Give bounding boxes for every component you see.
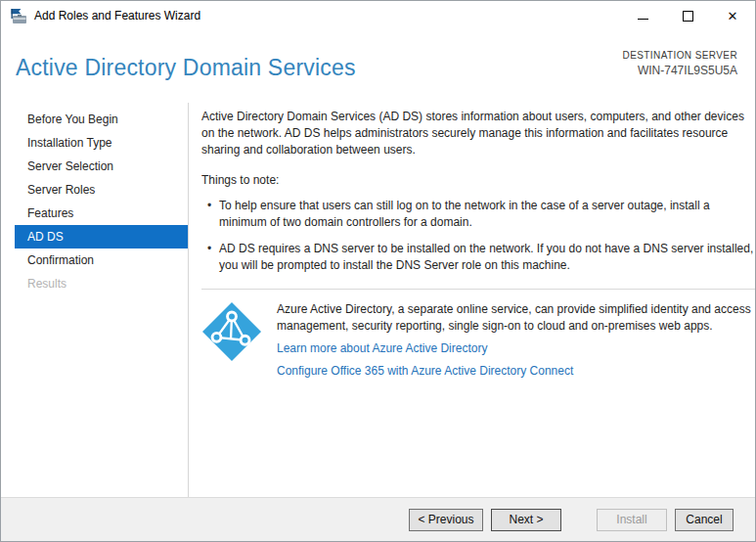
wizard-steps-sidebar: Before You Begin Installation Type Serve…: [1, 103, 189, 497]
destination-server-block: DESTINATION SERVER WIN-747IL9S5U5A: [623, 50, 737, 77]
note-item: AD DS requires a DNS server to be instal…: [219, 241, 756, 274]
sidebar-item-results: Results: [15, 272, 188, 295]
things-to-note-heading: Things to note:: [201, 172, 756, 189]
notes-list: To help ensure that users can still log …: [201, 198, 756, 273]
azure-ad-section: Azure Active Directory, a separate onlin…: [201, 301, 756, 379]
next-button[interactable]: Next >: [491, 509, 561, 531]
azure-active-directory-icon: [201, 301, 262, 362]
maximize-icon: [683, 11, 693, 22]
cancel-button[interactable]: Cancel: [675, 509, 734, 531]
wizard-footer: < Previous Next > Install Cancel: [1, 497, 755, 541]
destination-server-name: WIN-747IL9S5U5A: [623, 64, 737, 77]
intro-paragraph: Active Directory Domain Services (AD DS)…: [201, 109, 756, 158]
sidebar-item-installation-type[interactable]: Installation Type: [15, 131, 188, 155]
sidebar-item-confirmation[interactable]: Confirmation: [15, 248, 188, 272]
azure-ad-text: Azure Active Directory, a separate onlin…: [277, 301, 756, 379]
sidebar-item-ad-ds[interactable]: AD DS: [15, 225, 188, 248]
titlebar: Add Roles and Features Wizard ✕: [1, 1, 755, 30]
sidebar-item-server-roles[interactable]: Server Roles: [15, 178, 188, 202]
server-manager-icon: [10, 8, 27, 24]
window-controls: ✕: [620, 1, 755, 30]
link-configure-office-365[interactable]: Configure Office 365 with Azure Active D…: [277, 363, 756, 380]
minimize-icon: [638, 19, 648, 20]
close-button[interactable]: ✕: [710, 1, 755, 30]
minimize-button[interactable]: [620, 1, 665, 30]
azure-ad-description: Azure Active Directory, a separate onlin…: [277, 301, 756, 335]
sidebar-item-features[interactable]: Features: [15, 202, 188, 225]
note-item: To help ensure that users can still log …: [219, 198, 756, 231]
destination-server-label: DESTINATION SERVER: [623, 50, 737, 61]
wizard-header: Active Directory Domain Services DESTINA…: [1, 30, 755, 103]
install-button[interactable]: Install: [597, 509, 667, 531]
window-title: Add Roles and Features Wizard: [34, 9, 200, 23]
maximize-button[interactable]: [665, 1, 710, 30]
sidebar-item-server-selection[interactable]: Server Selection: [15, 155, 188, 178]
close-icon: ✕: [728, 9, 738, 23]
wizard-window: Add Roles and Features Wizard ✕ Active D…: [0, 0, 756, 542]
sidebar-item-before-you-begin[interactable]: Before You Begin: [15, 108, 188, 131]
wizard-body: Before You Begin Installation Type Serve…: [1, 103, 755, 497]
azure-ad-links: Learn more about Azure Active Directory …: [277, 340, 756, 380]
link-learn-more-azure-ad[interactable]: Learn more about Azure Active Directory: [277, 340, 756, 357]
page-content: Active Directory Domain Services (AD DS)…: [189, 103, 756, 497]
previous-button[interactable]: < Previous: [409, 509, 483, 531]
section-divider: [201, 289, 756, 290]
